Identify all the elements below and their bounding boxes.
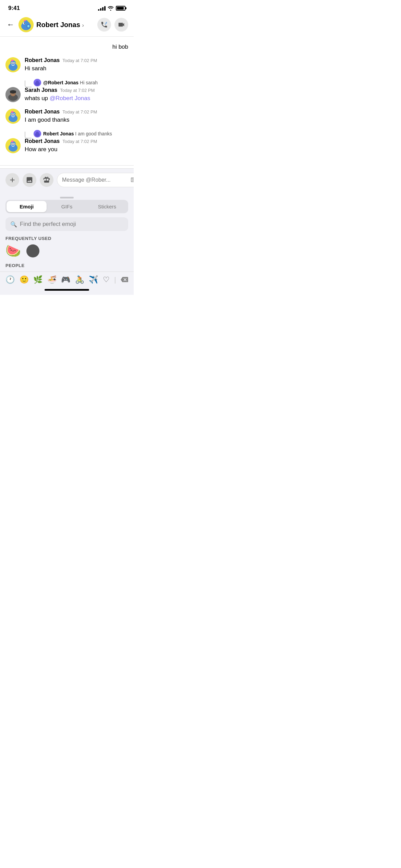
plus-icon xyxy=(9,176,16,184)
robert-avatar-img xyxy=(5,57,21,72)
emoji-search-input[interactable] xyxy=(20,221,123,228)
wifi-icon xyxy=(108,6,114,11)
svg-point-21 xyxy=(36,81,39,83)
chat-area: hi bob Robert Jonas Today at 7:02 PM Hi … xyxy=(0,37,134,162)
video-icon xyxy=(118,21,125,28)
signal-bars-icon xyxy=(98,6,106,11)
message-header: Robert Jonas Today at 7:02 PM xyxy=(25,109,97,115)
gift-button[interactable] xyxy=(40,173,53,187)
svg-point-34 xyxy=(14,114,15,115)
message-input-wrap[interactable]: ⌨ xyxy=(57,173,134,187)
reply-quote: Robert Jonas I am good thanks xyxy=(25,130,128,137)
message-content: Sarah Jonas Today at 7:02 PM whats up @R… xyxy=(25,87,95,103)
message-header: Robert Jonas Today at 7:02 PM xyxy=(25,57,97,63)
message-avatar xyxy=(5,87,21,102)
robert-avatar-img xyxy=(5,109,21,124)
message-time: Today at 7:02 PM xyxy=(62,58,97,63)
emoji-delete-button[interactable] xyxy=(121,276,128,284)
search-icon: 🔍 xyxy=(10,221,17,228)
reply-corner-icon xyxy=(25,132,32,138)
message-author: Robert Jonas xyxy=(25,57,60,63)
svg-rect-9 xyxy=(27,25,29,27)
message-time: Today at 7:02 PM xyxy=(60,88,95,93)
chat-header: ← Robert Jonas › xyxy=(0,14,134,37)
photo-button[interactable] xyxy=(23,173,36,187)
reply-avatar-small xyxy=(34,130,41,137)
message-author: Robert Jonas xyxy=(25,109,60,115)
reply-text: Robert Jonas I am good thanks xyxy=(43,131,112,136)
emoji-search-bar[interactable]: 🔍 xyxy=(5,217,128,231)
reply-author: Robert Jonas xyxy=(43,131,74,136)
message-avatar xyxy=(5,57,21,72)
emoji-tab-gifs[interactable]: GIFs xyxy=(47,201,87,212)
message-text: I am good thanks xyxy=(25,116,97,124)
frequently-used-label: FREQUENTLY USED xyxy=(0,236,134,244)
status-icons xyxy=(98,6,125,11)
emoji-tab-stickers[interactable]: Stickers xyxy=(87,201,127,212)
voice-call-button[interactable] xyxy=(97,18,111,32)
sent-message: hi bob xyxy=(5,42,128,52)
robert-avatar-img xyxy=(5,138,21,153)
drag-handle xyxy=(0,195,134,200)
sent-message-text: hi bob xyxy=(112,42,128,52)
status-bar: 9:41 xyxy=(0,0,134,14)
video-call-button[interactable] xyxy=(114,18,128,32)
emoji-tab-bar: Emoji GIFs Stickers xyxy=(5,200,128,213)
emoji-panel: Emoji GIFs Stickers 🔍 FREQUENTLY USED 🍉 … xyxy=(0,191,134,286)
phone-icon xyxy=(100,21,108,28)
emoji-tool-clock[interactable]: 🕐 xyxy=(5,275,15,284)
gift-icon xyxy=(43,176,50,184)
header-actions xyxy=(97,18,128,32)
message-header: Sarah Jonas Today at 7:02 PM xyxy=(25,87,95,93)
svg-rect-6 xyxy=(24,20,26,21)
add-button[interactable] xyxy=(5,173,19,187)
emoji-tab-emoji[interactable]: Emoji xyxy=(7,201,47,212)
photo-icon xyxy=(26,176,33,184)
emoji-tool-heart[interactable]: ♡ xyxy=(103,275,110,284)
reply-avatar-img xyxy=(34,79,41,86)
svg-point-32 xyxy=(12,114,13,115)
emoji-tool-leaf[interactable]: 🌿 xyxy=(33,275,42,284)
contact-avatar-image xyxy=(19,17,34,32)
sarah-avatar-img xyxy=(5,87,21,102)
svg-point-26 xyxy=(10,90,16,94)
contact-name[interactable]: Robert Jonas › xyxy=(36,21,95,29)
message-item: Sarah Jonas Today at 7:02 PM whats up @R… xyxy=(5,87,128,103)
chat-divider xyxy=(0,165,134,166)
svg-rect-14 xyxy=(11,60,13,61)
back-button[interactable]: ← xyxy=(5,19,16,31)
frequently-used-row: 🍉 xyxy=(0,244,134,263)
message-text: How are you xyxy=(25,145,97,154)
emoji-tool-smiley[interactable]: 🙂 xyxy=(20,275,29,284)
people-label: PEOPLE xyxy=(0,263,134,272)
svg-rect-30 xyxy=(11,111,13,113)
svg-point-45 xyxy=(14,144,15,145)
message-content: Robert Jonas Today at 7:02 PM How are yo… xyxy=(25,138,97,154)
emoji-category-toolbar: 🕐 🙂 🌿 🍜 🎮 🚴 ✈️ ♡ | xyxy=(0,272,134,286)
reply-avatar-img xyxy=(34,130,41,137)
message-avatar xyxy=(5,138,21,153)
contact-avatar xyxy=(19,17,34,32)
message-input[interactable] xyxy=(62,177,131,183)
backspace-icon xyxy=(121,276,128,282)
message-content: Robert Jonas Today at 7:02 PM Hi sarah xyxy=(25,57,97,73)
reply-corner-icon xyxy=(25,81,32,87)
message-text: whats up @Robert Jonas xyxy=(25,94,95,103)
emoji-circle-dark[interactable] xyxy=(26,244,39,257)
emoji-tool-travel[interactable]: ✈️ xyxy=(89,275,98,284)
message-time: Today at 7:02 PM xyxy=(62,109,97,114)
svg-rect-41 xyxy=(11,141,13,142)
message-header: Robert Jonas Today at 7:02 PM xyxy=(25,138,97,144)
svg-point-43 xyxy=(12,144,13,145)
reply-author: @Robert Jonas xyxy=(43,80,78,85)
emoji-tool-bike[interactable]: 🚴 xyxy=(75,275,84,284)
emoji-toolbar-divider: | xyxy=(114,276,116,284)
message-item: Robert Jonas Today at 7:02 PM How are yo… xyxy=(5,138,128,154)
emoji-tool-food[interactable]: 🍜 xyxy=(47,275,57,284)
keyboard-icon: ⌨ xyxy=(131,176,134,184)
svg-point-18 xyxy=(14,63,15,64)
message-item: Robert Jonas Today at 7:02 PM I am good … xyxy=(5,109,128,124)
emoji-watermelon[interactable]: 🍉 xyxy=(5,245,21,257)
message-content: Robert Jonas Today at 7:02 PM I am good … xyxy=(25,109,97,124)
emoji-tool-game[interactable]: 🎮 xyxy=(61,275,70,284)
